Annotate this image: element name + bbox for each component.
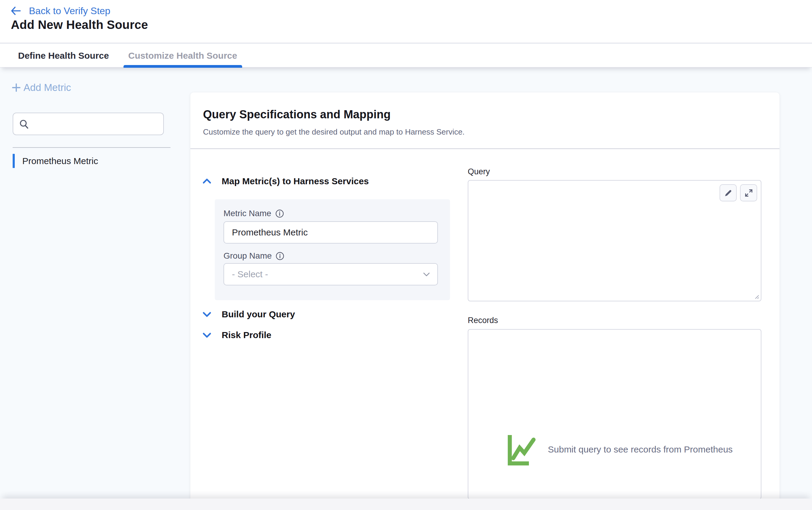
pencil-icon [724,189,732,197]
add-metric-button[interactable]: Add Metric [11,82,71,93]
metric-name-label: Metric Name [224,209,271,218]
chevron-up-icon [202,178,211,185]
group-name-label: Group Name [224,251,272,261]
query-editor[interactable] [468,180,761,301]
footer-strip [0,499,812,510]
edit-query-button[interactable] [720,184,737,202]
records-empty-state: Submit query to see records from Prometh… [507,432,733,466]
tab-customize-label: Customize Health Source [128,51,237,61]
panel-divider [190,148,780,149]
info-icon[interactable] [276,252,284,261]
query-specifications-card: Query Specifications and Mapping Customi… [190,92,780,500]
add-health-source-screen: Back to Verify Step Add New Health Sourc… [0,0,812,510]
page-header: Back to Verify Step Add New Health Sourc… [0,0,812,43]
metric-search[interactable] [13,113,164,135]
chevron-down-icon [202,311,211,318]
records-panel: Submit query to see records from Prometh… [468,329,761,500]
section-map-metrics[interactable]: Map Metric(s) to Harness Services [202,176,369,186]
query-label: Query [468,167,490,176]
group-name-select[interactable]: - Select - [224,263,438,286]
arrow-left-icon [11,6,21,16]
tab-customize-health-source[interactable]: Customize Health Source [123,44,242,67]
records-label: Records [468,316,498,325]
plus-icon [11,82,22,93]
section-build-query[interactable]: Build your Query [202,309,295,320]
tab-define-health-source[interactable]: Define Health Source [13,44,114,67]
back-link[interactable]: Back to Verify Step [11,5,110,17]
metric-search-input[interactable] [34,119,158,129]
line-chart-icon [507,432,537,466]
page-title: Add New Health Source [11,18,148,32]
chevron-down-icon [202,332,211,338]
metric-item-label: Prometheus Metric [22,156,98,166]
records-empty-text: Submit query to see records from Prometh… [548,444,733,455]
build-query-heading: Build your Query [222,309,295,320]
search-icon [19,119,30,129]
panel-subtitle: Customize the query to get the desired o… [203,127,465,137]
add-metric-label: Add Metric [24,82,71,93]
resize-handle[interactable] [753,293,760,300]
health-source-tabs: Define Health Source Customize Health So… [0,44,812,67]
selected-indicator [13,154,15,168]
back-link-label: Back to Verify Step [29,5,110,17]
map-metrics-heading: Map Metric(s) to Harness Services [222,176,369,186]
sidebar-divider [13,147,171,148]
panel-title: Query Specifications and Mapping [203,108,390,121]
expand-query-button[interactable] [740,184,757,202]
metric-list-item-prometheus[interactable]: Prometheus Metric [13,154,181,168]
risk-profile-heading: Risk Profile [222,330,271,340]
metric-form-panel: Metric Name Group Name - Select - [215,199,450,300]
metric-name-input[interactable] [224,221,438,244]
tab-define-label: Define Health Source [18,51,109,61]
chevron-down-icon [423,272,430,277]
section-risk-profile[interactable]: Risk Profile [202,330,271,340]
active-tab-indicator [123,65,242,68]
info-icon[interactable] [275,209,284,218]
group-name-placeholder: - Select - [232,269,423,279]
expand-icon [745,189,753,197]
